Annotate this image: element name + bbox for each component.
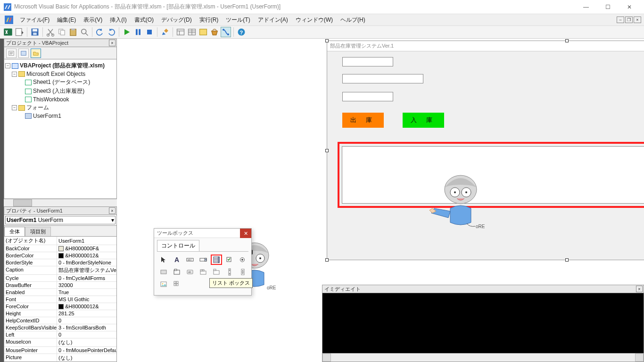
property-value[interactable]: 部品在庫管理システムVer.1 bbox=[57, 266, 116, 274]
property-value[interactable]: UserForm1 bbox=[57, 237, 116, 245]
prop-tab-categorized[interactable]: 項目別 bbox=[25, 227, 51, 236]
tool-togglebutton[interactable] bbox=[158, 267, 169, 277]
resize-handle[interactable] bbox=[325, 39, 329, 42]
tree-collapse-icon[interactable]: − bbox=[12, 72, 17, 77]
help-button[interactable]: ? bbox=[236, 27, 247, 37]
menu-run[interactable]: 実行(R) bbox=[196, 15, 223, 25]
view-code-button[interactable] bbox=[6, 49, 17, 58]
property-value[interactable]: 0 bbox=[57, 317, 116, 324]
mdi-minimize[interactable]: – bbox=[617, 16, 624, 23]
form-designer[interactable]: 部品在庫管理システムVer.1 ✕ 出 庫 入 庫 bbox=[322, 39, 644, 285]
tool-multipage[interactable] bbox=[211, 267, 222, 277]
property-value[interactable]: &H8000000F& bbox=[57, 245, 116, 252]
immediate-window-header[interactable]: イミディエイト × bbox=[322, 285, 644, 293]
resize-handle[interactable] bbox=[565, 39, 569, 42]
tree-sheet1[interactable]: Sheet1 (データベース) bbox=[33, 78, 90, 86]
run-button[interactable] bbox=[122, 27, 132, 37]
tree-collapse-icon[interactable]: − bbox=[12, 105, 17, 110]
tool-checkbox[interactable] bbox=[224, 255, 235, 265]
menu-help[interactable]: ヘルプ(H) bbox=[337, 15, 369, 25]
button-shukko[interactable]: 出 庫 bbox=[342, 113, 384, 128]
property-value[interactable]: 0 - fmMousePointerDefault bbox=[57, 347, 116, 354]
break-button[interactable] bbox=[133, 27, 143, 37]
toggle-folders-button[interactable] bbox=[31, 49, 41, 58]
property-row[interactable]: (オブジェクト名)UserForm1 bbox=[4, 237, 116, 245]
tool-refedit[interactable] bbox=[171, 279, 182, 289]
properties-grid[interactable]: (オブジェクト名)UserForm1BackColor&H8000000F&Bo… bbox=[4, 236, 117, 362]
view-object-button[interactable] bbox=[18, 49, 29, 58]
property-value[interactable]: (なし) bbox=[57, 354, 116, 362]
property-row[interactable]: BorderStyle0 - fmBorderStyleNone bbox=[4, 259, 116, 266]
mdi-close[interactable]: × bbox=[634, 16, 641, 23]
properties-object-selector[interactable]: UserForm1 UserForm ▾ bbox=[4, 215, 117, 226]
menu-file[interactable]: ファイル(F) bbox=[16, 15, 53, 25]
toolbox-titlebar[interactable]: ツールボックス ✕ bbox=[154, 229, 251, 238]
userform-surface[interactable]: 部品在庫管理システムVer.1 ✕ 出 庫 入 庫 bbox=[327, 41, 644, 260]
property-value[interactable]: 3 - fmScrollBarsBoth bbox=[57, 324, 116, 331]
tool-select[interactable] bbox=[158, 255, 169, 265]
property-row[interactable]: MouseIcon(なし) bbox=[4, 338, 116, 347]
menu-tools[interactable]: ツール(T) bbox=[222, 15, 254, 25]
resize-handle[interactable] bbox=[325, 258, 329, 262]
property-row[interactable]: Height281.25 bbox=[4, 310, 116, 317]
tree-excel-objects[interactable]: Microsoft Excel Objects bbox=[26, 71, 85, 77]
toolbox-button[interactable] bbox=[209, 27, 220, 37]
property-row[interactable]: ForeColor&H80000012& bbox=[4, 303, 116, 310]
button-nyuko[interactable]: 入 庫 bbox=[403, 113, 444, 128]
tool-label[interactable]: A bbox=[171, 255, 182, 265]
resize-handle[interactable] bbox=[325, 149, 329, 152]
property-value[interactable]: &H80000012& bbox=[57, 252, 116, 259]
property-row[interactable]: EnabledTrue bbox=[4, 289, 116, 296]
tree-root[interactable]: VBAProject (部品在庫管理.xlsm) bbox=[20, 62, 105, 70]
menu-view[interactable]: 表示(V) bbox=[80, 15, 106, 25]
property-row[interactable]: Picture(なし) bbox=[4, 354, 116, 362]
menu-window[interactable]: ウィンドウ(W) bbox=[292, 15, 337, 25]
project-explorer-header[interactable]: プロジェクト - VBAProject × bbox=[4, 39, 117, 47]
menu-addins[interactable]: アドイン(A) bbox=[254, 15, 292, 25]
project-hscroll[interactable] bbox=[4, 199, 117, 206]
menu-insert[interactable]: 挿入(I) bbox=[106, 15, 130, 25]
insert-dropdown[interactable] bbox=[14, 27, 25, 37]
prop-tab-alphabetic[interactable]: 全体 bbox=[4, 227, 25, 236]
copy-button[interactable] bbox=[57, 27, 67, 37]
property-row[interactable]: Caption部品在庫管理システムVer.1 bbox=[4, 266, 116, 275]
tool-scrollbar[interactable] bbox=[224, 267, 235, 277]
view-excel-button[interactable] bbox=[3, 27, 13, 37]
property-value[interactable]: 0 bbox=[57, 331, 116, 338]
tool-tabstrip[interactable] bbox=[198, 267, 209, 277]
window-minimize-button[interactable]: — bbox=[575, 0, 597, 14]
property-value[interactable]: 281.25 bbox=[57, 310, 116, 317]
property-value[interactable]: 32000 bbox=[57, 282, 116, 288]
textbox-3[interactable] bbox=[342, 92, 393, 101]
menu-format[interactable]: 書式(O) bbox=[131, 15, 157, 25]
userform-body[interactable]: 出 庫 入 庫 bbox=[327, 51, 644, 260]
property-row[interactable]: MousePointer0 - fmMousePointerDefault bbox=[4, 347, 116, 354]
tree-userform1[interactable]: UserForm1 bbox=[33, 113, 61, 119]
property-value[interactable]: MS UI Gothic bbox=[57, 296, 116, 303]
window-maximize-button[interactable]: ☐ bbox=[597, 0, 619, 14]
object-browser-button[interactable] bbox=[198, 27, 208, 37]
property-value[interactable]: (なし) bbox=[57, 338, 116, 346]
tree-sheet3[interactable]: Sheet3 (入出庫履歴) bbox=[33, 87, 84, 95]
toolbox-close-button[interactable]: ✕ bbox=[240, 229, 251, 238]
undo-button[interactable] bbox=[95, 27, 105, 37]
design-mode-button[interactable] bbox=[160, 27, 170, 37]
property-row[interactable]: KeepScrollBarsVisible3 - fmScrollBarsBot… bbox=[4, 324, 116, 331]
tree-forms[interactable]: フォーム bbox=[26, 104, 49, 112]
property-row[interactable]: BackColor&H8000000F& bbox=[4, 245, 116, 252]
property-row[interactable]: Left0 bbox=[4, 331, 116, 338]
project-tree[interactable]: −VBAProject (部品在庫管理.xlsm) −Microsoft Exc… bbox=[4, 59, 117, 199]
window-close-button[interactable]: ✕ bbox=[619, 0, 640, 14]
tab-order-button[interactable] bbox=[221, 27, 231, 37]
immediate-close[interactable]: × bbox=[636, 286, 643, 292]
resize-handle[interactable] bbox=[565, 258, 569, 262]
menu-debug[interactable]: デバッグ(D) bbox=[157, 15, 196, 25]
property-row[interactable]: FontMS UI Gothic bbox=[4, 296, 116, 303]
tool-textbox[interactable]: ab| bbox=[184, 255, 196, 265]
project-explorer-button[interactable] bbox=[175, 27, 186, 37]
tool-listbox[interactable] bbox=[211, 255, 222, 265]
property-row[interactable]: BorderColor&H80000012& bbox=[4, 252, 116, 259]
tool-optionbutton[interactable] bbox=[237, 255, 248, 265]
textbox-1[interactable] bbox=[342, 57, 393, 66]
property-value[interactable]: 0 - fmCycleAllForms bbox=[57, 275, 116, 281]
